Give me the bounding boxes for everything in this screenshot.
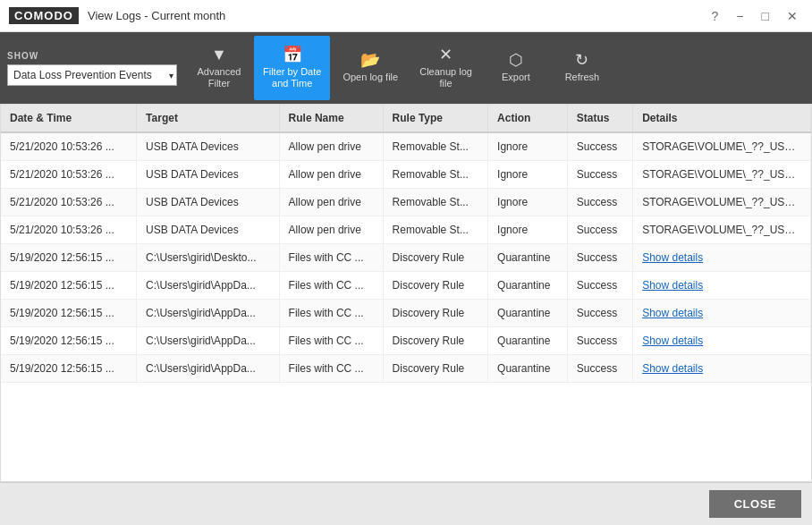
show-details-link[interactable]: Show details [642,334,703,347]
cell-rule-type: Discovery Rule [383,355,488,383]
cell-target: USB DATA Devices [137,132,279,161]
show-details-link[interactable]: Show details [642,279,703,292]
cell-action: Ignore [488,189,568,216]
cell-details[interactable]: Show details [633,355,811,383]
cell-datetime: 5/19/2020 12:56:15 ... [1,327,137,355]
cell-rule-name: Allow pen drive [279,132,383,161]
cell-datetime: 5/19/2020 12:56:15 ... [1,300,137,327]
table-row: 5/19/2020 12:56:15 ...C:\Users\girid\App… [1,355,811,383]
cell-status: Success [567,327,632,355]
cell-rule-type: Removable St... [383,189,488,216]
col-status: Status [567,105,632,132]
open-log-button[interactable]: 📂 Open log file [334,36,407,100]
calendar-icon: 📅 [283,47,302,63]
table-row: 5/19/2020 12:56:15 ...C:\Users\girid\Des… [1,244,811,272]
cell-target: USB DATA Devices [137,216,279,244]
advanced-filter-button[interactable]: ▼ AdvancedFilter [188,36,250,100]
show-label: SHOW [7,51,177,61]
col-target: Target [137,105,279,132]
cell-datetime: 5/21/2020 10:53:26 ... [1,161,137,189]
table-row: 5/21/2020 10:53:26 ...USB DATA DevicesAl… [1,132,811,161]
cell-rule-type: Discovery Rule [383,272,488,300]
col-datetime: Date & Time [1,105,137,132]
export-button[interactable]: ⬡ Export [485,36,547,100]
cell-status: Success [567,355,632,383]
cell-rule-name: Files with CC ... [279,272,383,300]
cell-target: C:\Users\girid\AppDa... [137,300,279,327]
cell-status: Success [567,244,632,272]
cell-datetime: 5/19/2020 12:56:15 ... [1,272,137,300]
event-type-dropdown[interactable]: Data Loss Prevention Events [7,64,177,86]
cell-target: C:\Users\girid\AppDa... [137,327,279,355]
close-button[interactable]: CLOSE [709,490,801,518]
filter-by-date-button[interactable]: 📅 Filter by Dateand Time [254,36,330,100]
col-action: Action [488,105,568,132]
cell-details[interactable]: Show details [633,272,811,300]
show-details-link[interactable]: Show details [642,251,703,264]
table-row: 5/19/2020 12:56:15 ...C:\Users\girid\App… [1,300,811,327]
cell-rule-type: Removable St... [383,216,488,244]
cell-rule-name: Allow pen drive [279,216,383,244]
show-section: SHOW Data Loss Prevention Events ▾ [7,36,177,100]
cell-details: STORAGE\VOLUME\_??_USBSTO... [633,161,811,189]
open-folder-icon: 📂 [360,52,380,68]
title-bar: COMODO View Logs - Current month ? − □ ✕ [0,0,812,32]
cell-rule-type: Removable St... [383,132,488,161]
main-content: Date & Time Target Rule Name Rule Type A… [0,104,812,482]
cell-status: Success [567,216,632,244]
cell-target: C:\Users\girid\Deskto... [137,244,279,272]
cell-rule-type: Removable St... [383,161,488,189]
bottom-bar: CLOSE [0,482,812,525]
cell-action: Ignore [488,132,568,161]
cell-datetime: 5/19/2020 12:56:15 ... [1,355,137,383]
cell-target: USB DATA Devices [137,189,279,216]
table-row: 5/21/2020 10:53:26 ...USB DATA DevicesAl… [1,161,811,189]
maximize-button[interactable]: □ [757,8,774,24]
cell-rule-type: Discovery Rule [383,300,488,327]
cell-status: Success [567,300,632,327]
export-label: Export [502,72,530,83]
logo-text: COMODO [9,7,79,24]
cell-rule-name: Files with CC ... [279,327,383,355]
open-log-label: Open log file [343,72,398,83]
cell-details: STORAGE\VOLUME\_??_USBSTO... [633,132,811,161]
table-row: 5/21/2020 10:53:26 ...USB DATA DevicesAl… [1,189,811,216]
filter-icon: ▼ [211,47,227,63]
cell-rule-name: Files with CC ... [279,300,383,327]
col-rule-type: Rule Type [383,105,488,132]
show-details-link[interactable]: Show details [642,307,703,319]
cell-datetime: 5/19/2020 12:56:15 ... [1,244,137,272]
cell-action: Quarantine [488,327,568,355]
col-details: Details [633,105,811,132]
cell-status: Success [567,189,632,216]
dropdown-wrapper: Data Loss Prevention Events ▾ [7,64,177,86]
cell-target: USB DATA Devices [137,161,279,189]
cell-rule-type: Discovery Rule [383,244,488,272]
refresh-button[interactable]: ↻ Refresh [551,36,613,100]
cell-details[interactable]: Show details [633,327,811,355]
cleanup-log-button[interactable]: ✕ Cleanup logfile [410,36,481,100]
cell-details[interactable]: Show details [633,300,811,327]
cell-details[interactable]: Show details [633,244,811,272]
window-close-button[interactable]: ✕ [782,8,803,24]
cell-status: Success [567,132,632,161]
minimize-button[interactable]: − [731,8,749,24]
refresh-icon: ↻ [575,52,588,68]
title-bar-left: COMODO View Logs - Current month [9,7,225,24]
cell-rule-name: Files with CC ... [279,244,383,272]
show-details-link[interactable]: Show details [642,362,703,375]
cell-action: Ignore [488,216,568,244]
cell-rule-type: Discovery Rule [383,327,488,355]
cell-status: Success [567,272,632,300]
cell-target: C:\Users\girid\AppDa... [137,355,279,383]
cell-status: Success [567,161,632,189]
export-icon: ⬡ [509,52,523,68]
table-container[interactable]: Date & Time Target Rule Name Rule Type A… [0,104,812,482]
title-bar-controls: ? − □ ✕ [706,8,803,24]
table-row: 5/19/2020 12:56:15 ...C:\Users\girid\App… [1,272,811,300]
cell-rule-name: Files with CC ... [279,355,383,383]
cleanup-log-label: Cleanup logfile [419,66,472,89]
help-button[interactable]: ? [706,8,724,24]
filter-by-date-label: Filter by Dateand Time [263,66,321,89]
table-row: 5/19/2020 12:56:15 ...C:\Users\girid\App… [1,327,811,355]
